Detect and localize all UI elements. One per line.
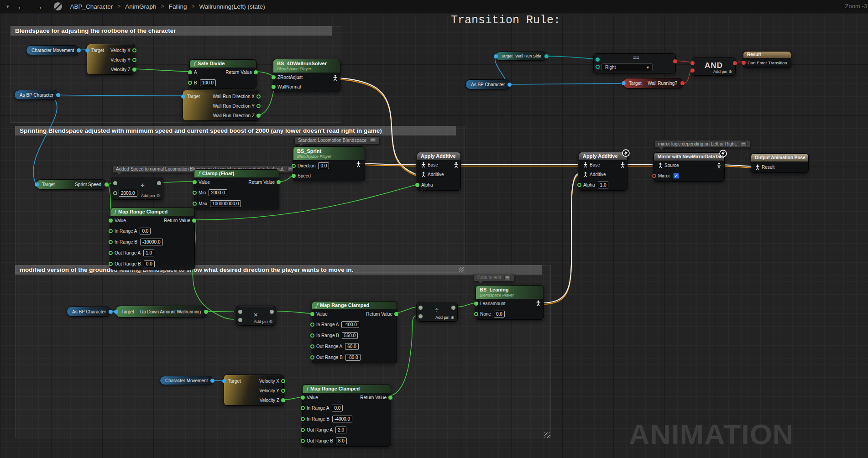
- bubble-click-to-edit[interactable]: Click to edit: [474, 274, 514, 281]
- value-field[interactable]: 100000000.0: [210, 200, 241, 207]
- input-pin[interactable]: [310, 344, 314, 349]
- node-output-animation-pose[interactable]: Output Animation Pose Result: [751, 153, 809, 173]
- pose-output-pin[interactable]: [716, 162, 722, 169]
- breadcrumb-root[interactable]: ABP_Character: [70, 3, 113, 10]
- output-pin[interactable]: [132, 48, 136, 52]
- input-pin[interactable]: [418, 314, 423, 318]
- node-bs-sprint[interactable]: BS_SprintBlendspace Player Direction0.0 …: [293, 146, 365, 181]
- bubble-standard-locomotion[interactable]: Standard Locomotion Blendspace: [294, 136, 380, 144]
- output-pin[interactable]: [277, 180, 281, 184]
- input-pin[interactable]: [310, 323, 314, 327]
- output-pin[interactable]: [451, 306, 455, 310]
- node-result[interactable]: Result Can Enter Transition: [743, 51, 791, 68]
- comment-sprint[interactable]: Sprinting Blendspace adjusted with minim…: [15, 126, 456, 135]
- input-pin[interactable]: [113, 181, 117, 185]
- target-pin[interactable]: [35, 182, 39, 187]
- node-bs-leaning[interactable]: BS_LeaningBlendspace Player Leanamount N…: [476, 285, 544, 320]
- node-character-movement[interactable]: Character Movement: [26, 45, 79, 55]
- pose-input-pin[interactable]: [755, 164, 760, 170]
- output-pin[interactable]: [256, 114, 261, 118]
- node-wall-running-getter[interactable]: Target Wall Running?: [623, 78, 683, 88]
- value-field[interactable]: 550.0: [342, 332, 358, 339]
- input-pin[interactable]: [292, 164, 296, 168]
- output-pin[interactable]: [680, 81, 685, 85]
- value-field[interactable]: 1.0: [143, 250, 154, 256]
- input-pin[interactable]: [310, 333, 314, 338]
- input-pin[interactable]: [415, 183, 419, 187]
- value-field[interactable]: -400.0: [341, 321, 359, 328]
- comment-rootbone[interactable]: Blendspace for adjusting the rootbone of…: [10, 26, 332, 36]
- input-pin[interactable]: [193, 180, 197, 184]
- output-pin[interactable]: [204, 310, 208, 314]
- output-pin[interactable]: [281, 389, 285, 393]
- value-field[interactable]: 0.0: [332, 405, 343, 411]
- back-button[interactable]: ←: [17, 0, 25, 13]
- breadcrumb-state[interactable]: Wallrunning(Left) (state): [199, 3, 265, 10]
- target-pin[interactable]: [85, 48, 89, 52]
- add-pin-button[interactable]: Add pin⊕: [713, 69, 732, 74]
- node-sprint-speed-getter[interactable]: Target Sprint Speed: [36, 179, 107, 190]
- comment-bubble-icon[interactable]: [370, 138, 376, 143]
- node-equals[interactable]: == Right▾: [593, 53, 676, 73]
- value-field[interactable]: 2000.0: [119, 190, 137, 197]
- mirror-checkbox[interactable]: ✓: [673, 173, 679, 179]
- node-map-range-2[interactable]: ƒMap Range Clamped ValueReturn Value In …: [312, 301, 397, 363]
- input-pin[interactable]: [113, 191, 117, 195]
- output-pin[interactable]: [281, 379, 285, 383]
- value-field[interactable]: 0.0: [318, 162, 329, 169]
- input-pin[interactable]: [109, 240, 113, 244]
- output-pin[interactable]: [56, 93, 60, 97]
- input-pin[interactable]: [188, 70, 192, 74]
- output-pin[interactable]: [254, 70, 258, 74]
- output-pin[interactable]: [394, 312, 398, 316]
- value-field[interactable]: -10000.0: [140, 239, 162, 245]
- breadcrumb-falling[interactable]: Falling: [169, 3, 187, 10]
- comment-resize-handle[interactable]: [459, 267, 464, 272]
- node-wall-run-direction-getter[interactable]: TargetWall Run Direction X Wall Run Dire…: [183, 90, 259, 121]
- output-pin[interactable]: [544, 54, 549, 58]
- add-pin-button[interactable]: Add pin⊕: [435, 315, 454, 320]
- input-pin[interactable]: [301, 396, 305, 400]
- output-pin[interactable]: [77, 48, 81, 52]
- target-pin[interactable]: [622, 81, 626, 85]
- pose-output-pin[interactable]: [333, 75, 338, 81]
- input-pin[interactable]: [301, 428, 305, 432]
- value-field[interactable]: 0.0: [494, 311, 505, 317]
- output-pin[interactable]: [256, 104, 261, 108]
- input-pin[interactable]: [474, 312, 478, 316]
- output-pin[interactable]: [388, 396, 392, 400]
- input-pin[interactable]: [310, 312, 314, 316]
- input-pin[interactable]: [577, 183, 581, 187]
- output-pin[interactable]: [673, 59, 677, 63]
- node-as-bp-character[interactable]: As BP Character: [14, 90, 59, 100]
- output-pin[interactable]: [105, 182, 109, 187]
- input-pin[interactable]: [109, 229, 113, 233]
- node-mirror[interactable]: Mirror with NewMirrorDataTable Source Mi…: [654, 152, 725, 182]
- output-pin[interactable]: [157, 181, 161, 185]
- target-pin[interactable]: [494, 54, 498, 58]
- output-pin[interactable]: [507, 83, 512, 87]
- node-as-bp-character-transition[interactable]: As BP Character: [465, 79, 510, 89]
- target-pin[interactable]: [114, 310, 118, 314]
- pose-input-pin[interactable]: [658, 162, 663, 168]
- input-pin[interactable]: [238, 318, 242, 322]
- value-field[interactable]: 2.0: [335, 427, 346, 433]
- node-wall-run-side-getter[interactable]: Target Wall Run Side: [495, 52, 547, 61]
- pose-output-pin[interactable]: [620, 162, 625, 168]
- target-pin[interactable]: [181, 94, 185, 99]
- input-pin[interactable]: [596, 65, 600, 69]
- comment-bubble-icon[interactable]: [504, 275, 511, 280]
- node-character-movement-bottom[interactable]: Character Movement: [160, 376, 213, 385]
- node-clamp-float[interactable]: ƒClamp (Float) ValueReturn Value Min2000…: [194, 169, 279, 209]
- value-field[interactable]: -80.0: [345, 354, 361, 361]
- node-divide[interactable]: ÷ Add pin⊕: [416, 302, 458, 322]
- input-pin[interactable]: [292, 174, 296, 178]
- node-velocity-getter[interactable]: TargetVelocity X Velocity Y Velocity Z: [87, 44, 135, 75]
- input-pin[interactable]: [109, 262, 113, 266]
- input-pin[interactable]: [272, 75, 276, 79]
- target-pin[interactable]: [222, 379, 226, 383]
- output-pin[interactable]: [132, 68, 136, 72]
- pose-output-pin[interactable]: [356, 161, 361, 167]
- input-pin[interactable]: [272, 85, 276, 89]
- breadcrumb-animgraph[interactable]: AnimGraph: [125, 3, 156, 10]
